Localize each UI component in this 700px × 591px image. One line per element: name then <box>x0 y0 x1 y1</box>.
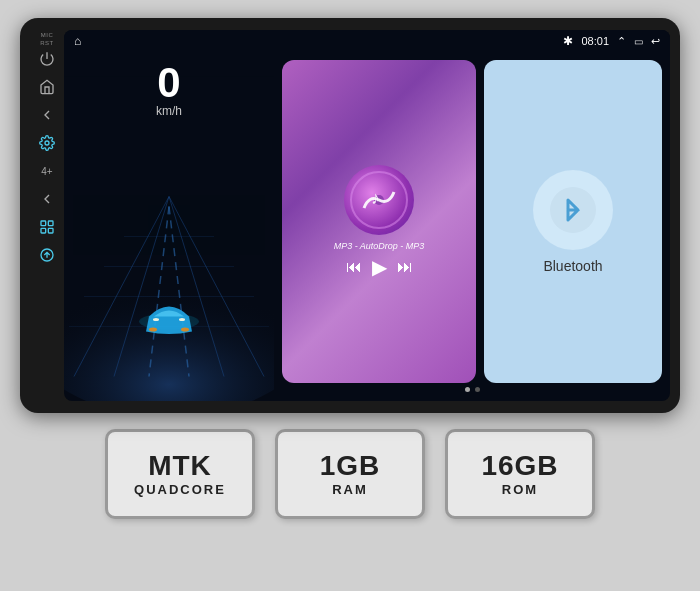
player-controls: ⏮ ▶ ⏭ <box>346 255 413 279</box>
back-button[interactable] <box>36 104 58 126</box>
speed-value: 0 <box>156 62 182 104</box>
music-icon-area: ♪ <box>344 165 414 235</box>
spec-rom-sub: ROM <box>502 482 538 497</box>
svg-rect-3 <box>41 228 46 233</box>
spec-card-cpu: MTK QUADCORE <box>105 429 255 519</box>
screen: ⌂ ✱ 08:01 ⌃ ▭ ↩ <box>64 30 670 401</box>
mic-label: MIC <box>41 32 54 38</box>
cards-area: ♪ MP3 - AutoDrop - MP3 ⏮ ▶ ⏭ <box>274 52 670 401</box>
home-button[interactable] <box>36 76 58 98</box>
prev-button[interactable]: ⏮ <box>346 258 362 276</box>
speed-unit: km/h <box>156 104 182 118</box>
power-button[interactable] <box>36 48 58 70</box>
road-view: 0 km/h <box>64 52 274 401</box>
spec-card-ram: 1GB RAM <box>275 429 425 519</box>
spec-rom-main: 16GB <box>481 451 558 482</box>
svg-point-21 <box>153 318 159 321</box>
next-button[interactable]: ⏭ <box>397 258 413 276</box>
status-bar: ⌂ ✱ 08:01 ⌃ ▭ ↩ <box>64 30 670 52</box>
car-head-unit: MIC RST 4+ <box>20 18 680 413</box>
settings-button[interactable] <box>36 132 58 154</box>
pagination <box>282 383 662 397</box>
spec-cpu-sub: QUADCORE <box>134 482 226 497</box>
svg-rect-2 <box>48 221 53 226</box>
track-info: MP3 - AutoDrop - MP3 <box>334 241 425 251</box>
specs-row: MTK QUADCORE 1GB RAM 16GB ROM <box>105 429 595 519</box>
svg-point-0 <box>45 141 49 145</box>
page-dot-1 <box>465 387 470 392</box>
play-button[interactable]: ▶ <box>372 255 387 279</box>
volume-up-button[interactable]: 4+ <box>36 160 58 182</box>
bluetooth-label: Bluetooth <box>543 258 602 274</box>
cards-row: ♪ MP3 - AutoDrop - MP3 ⏮ ▶ ⏭ <box>282 60 662 383</box>
page-dot-2 <box>475 387 480 392</box>
svg-rect-1 <box>41 221 46 226</box>
volume-down-button[interactable] <box>36 188 58 210</box>
time-display: 08:01 <box>581 35 609 47</box>
spec-cpu-main: MTK <box>148 451 212 482</box>
spec-ram-sub: RAM <box>332 482 368 497</box>
svg-point-22 <box>179 318 185 321</box>
svg-point-20 <box>181 328 189 332</box>
spec-ram-main: 1GB <box>320 451 381 482</box>
side-button-panel: MIC RST 4+ <box>30 30 64 401</box>
bluetooth-card[interactable]: Bluetooth <box>484 60 662 383</box>
music-disc-icon: ♪ <box>349 170 409 230</box>
bluetooth-icon <box>548 185 598 235</box>
nav-up-icon: ⌃ <box>617 35 626 48</box>
speed-display: 0 km/h <box>156 62 182 118</box>
bluetooth-status-icon: ✱ <box>563 34 573 48</box>
window-icon: ▭ <box>634 36 643 47</box>
music-card[interactable]: ♪ MP3 - AutoDrop - MP3 ⏮ ▶ ⏭ <box>282 60 476 383</box>
android-nav-button[interactable] <box>36 244 58 266</box>
apps-button[interactable] <box>36 216 58 238</box>
svg-text:♪: ♪ <box>371 188 380 208</box>
svg-point-19 <box>149 328 157 332</box>
spec-card-rom: 16GB ROM <box>445 429 595 519</box>
svg-rect-4 <box>48 228 53 233</box>
main-content: 0 km/h <box>64 52 670 401</box>
status-left: ⌂ <box>74 34 81 48</box>
status-right: ✱ 08:01 ⌃ ▭ ↩ <box>563 34 660 48</box>
back-nav-icon: ↩ <box>651 35 660 48</box>
home-status-icon: ⌂ <box>74 34 81 48</box>
bluetooth-icon-area <box>533 170 613 250</box>
rst-label: RST <box>40 40 54 46</box>
